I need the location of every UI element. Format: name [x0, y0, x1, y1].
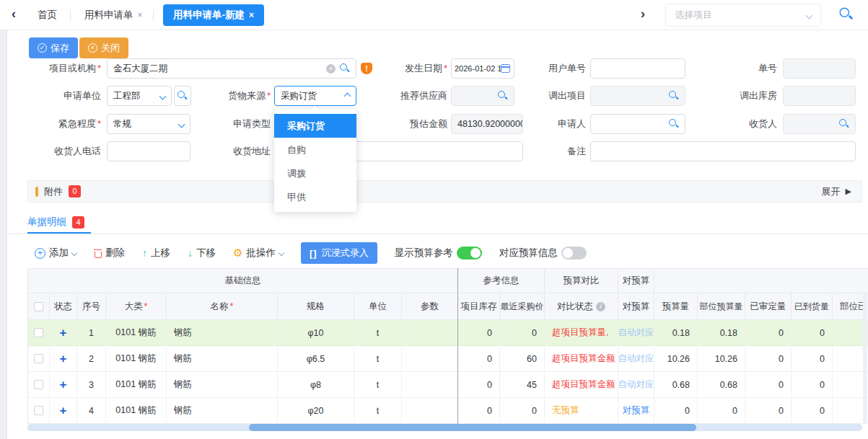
dropdown-option-self-purchase[interactable]: 自购	[274, 138, 356, 161]
row-select-cell	[28, 398, 50, 424]
close-button[interactable]: × 关闭	[79, 37, 128, 58]
search-icon[interactable]	[340, 63, 350, 74]
add-button[interactable]: + 添加	[35, 247, 76, 260]
calendar-icon[interactable]	[501, 64, 510, 73]
row-checkbox[interactable]	[34, 328, 43, 337]
tab-material-request-new[interactable]: 用料申请单-新建×	[163, 4, 264, 26]
cell-last-price: 60	[500, 346, 545, 372]
budget-link[interactable]: 自动对应	[618, 352, 654, 365]
budget-link[interactable]: 自动对应	[618, 378, 654, 391]
receiver-label: 收货人	[719, 114, 777, 134]
budget-link[interactable]: 对预算	[623, 404, 650, 417]
urgency-select[interactable]: 常规	[107, 114, 190, 134]
tab-close-icon[interactable]: ×	[138, 10, 143, 20]
nav-back-icon[interactable]: ‹	[12, 6, 16, 22]
row-select-cell	[28, 372, 50, 398]
project-label: 项目或机构*	[14, 58, 101, 79]
cell-unit: t	[354, 346, 402, 372]
phone-input[interactable]	[107, 141, 190, 161]
expand-control[interactable]: 展开 ▶	[822, 185, 851, 198]
nav-forward-icon[interactable]: ›	[641, 6, 645, 22]
apply-unit-label: 申请单位	[14, 86, 101, 106]
section-marker	[35, 187, 38, 197]
search-icon[interactable]	[498, 91, 508, 101]
source-select[interactable]: 采购订货	[274, 86, 356, 106]
row-add-icon[interactable]: +	[60, 352, 67, 365]
global-search-icon[interactable]	[840, 8, 854, 22]
show-budget-ref-toggle[interactable]	[457, 247, 482, 260]
cell-approved-qty: 0	[745, 398, 792, 424]
warning-icon[interactable]: !	[361, 63, 372, 74]
search-icon[interactable]	[839, 119, 849, 129]
applicant-input[interactable]	[590, 114, 685, 134]
move-up-button[interactable]: ↑ 上移	[142, 247, 170, 260]
out-warehouse-input	[783, 86, 856, 106]
move-down-button[interactable]: ↓ 下移	[188, 247, 216, 260]
row-add-icon[interactable]: +	[60, 378, 67, 391]
select-all-checkbox[interactable]	[34, 302, 43, 311]
cell-arrived-qty: 0	[792, 398, 833, 424]
project-input[interactable]: 金石大厦二期 ×	[107, 58, 356, 79]
dropdown-option-owner-supplied[interactable]: 甲供	[274, 185, 356, 209]
header-spec: 规格	[278, 293, 354, 320]
cell-param	[402, 320, 458, 346]
header-arrived-qty: 已到货量	[792, 293, 833, 320]
batch-ops-button[interactable]: ⚙ 批操作	[233, 247, 284, 260]
supplier-input	[451, 86, 514, 106]
search-icon[interactable]	[669, 91, 679, 101]
cell-compare-status: 超项目预算金额	[552, 352, 615, 365]
dropdown-option-transfer[interactable]: 调拨	[274, 161, 356, 185]
cell-param	[402, 346, 458, 372]
tab-divider	[153, 9, 154, 21]
save-button[interactable]: ✓ 保存	[29, 37, 78, 58]
user-no-input[interactable]	[590, 58, 685, 79]
tab-close-icon[interactable]: ×	[249, 10, 254, 20]
out-project-label: 调出项目	[528, 86, 586, 106]
trash-icon	[94, 249, 102, 258]
row-add-icon[interactable]: +	[60, 404, 67, 417]
attachment-label: 附件	[44, 185, 63, 198]
tab-home[interactable]: 首页	[38, 0, 57, 30]
clear-icon[interactable]: ×	[326, 64, 336, 74]
immersive-entry-button[interactable]: [] 沉浸式录入	[301, 242, 377, 264]
apply-unit-search-button[interactable]	[174, 86, 191, 106]
cell-spec: φ8	[278, 372, 354, 398]
cell-seq: 1	[77, 320, 106, 346]
row-status-cell: +	[50, 372, 77, 398]
row-add-icon[interactable]: +	[60, 327, 67, 339]
apply-unit-select[interactable]: 工程部	[107, 86, 172, 106]
cell-approved-qty: 0	[745, 372, 792, 398]
cell-name: 钢筋	[167, 398, 278, 424]
table-group-header: 基础信息 参考信息 预算对比 对预算	[28, 269, 868, 293]
header-stock: 项目库存	[458, 293, 500, 320]
dropdown-option-purchase-order[interactable]: 采购订货	[274, 114, 356, 138]
cell-unit: t	[354, 372, 402, 398]
date-input[interactable]: 2026-01-02 1	[451, 58, 514, 79]
horizontal-scrollbar-thumb[interactable]	[249, 424, 696, 431]
gear-icon: ⚙	[233, 247, 242, 260]
top-tab-bar: ‹ 首页 用料申请单× 用料申请单-新建× › 选择项目	[0, 0, 868, 30]
row-checkbox[interactable]	[34, 380, 43, 389]
tab-material-request[interactable]: 用料申请单×	[84, 0, 143, 30]
search-icon	[177, 91, 188, 101]
budget-info-toggle[interactable]	[561, 247, 587, 260]
amount-input: 48130.9200000000	[451, 114, 523, 134]
horizontal-scrollbar	[27, 424, 862, 431]
receiver-input	[783, 114, 856, 134]
info-icon[interactable]: i	[596, 302, 605, 311]
cell-part-budget-qty: 0	[698, 398, 745, 424]
detail-count-badge: 4	[72, 216, 84, 229]
source-dropdown-panel: 采购订货 自购 调拨 甲供	[274, 110, 356, 212]
delete-button[interactable]: 删除	[94, 247, 125, 260]
tab-detail[interactable]: 单据明细 4	[27, 216, 84, 229]
project-select[interactable]: 选择项目	[665, 4, 821, 27]
row-checkbox[interactable]	[34, 406, 43, 415]
budget-link[interactable]: 自动对应	[618, 327, 654, 339]
remark-input[interactable]	[590, 141, 856, 161]
vertical-scrollbar[interactable]	[863, 293, 867, 424]
row-checkbox[interactable]	[34, 354, 43, 363]
cell-param	[402, 398, 458, 424]
table-toolbar: + 添加 删除 ↑ 上移 ↓ 下移 ⚙ 批操作 [] 沉浸式录入 显示预算参考 …	[35, 242, 587, 264]
search-icon[interactable]	[669, 119, 679, 129]
header-last-price: 最近采购价	[500, 293, 545, 320]
